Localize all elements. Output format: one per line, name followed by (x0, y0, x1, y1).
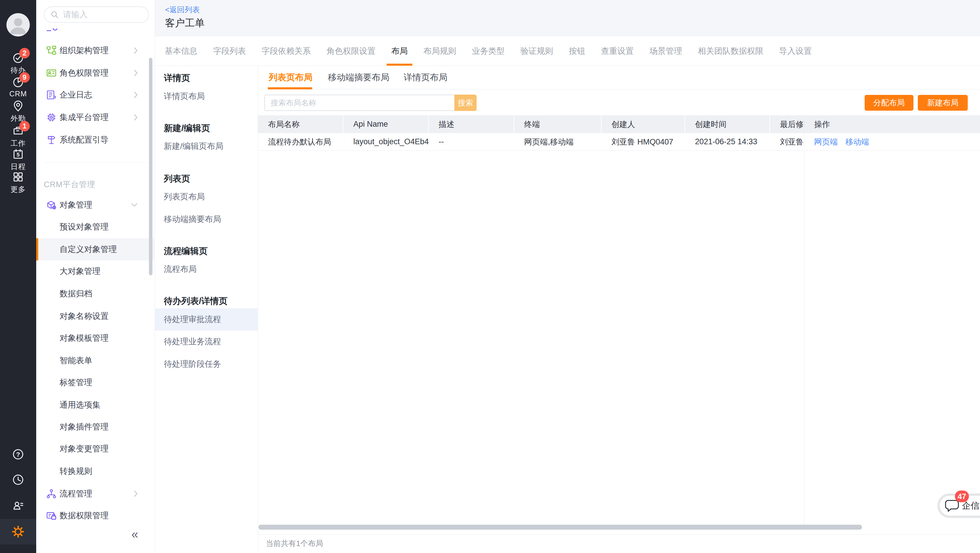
action-mobile-link[interactable]: 移动端 (845, 137, 869, 147)
menu-subitem-object-template[interactable]: 对象模板管理 (36, 327, 155, 349)
rail-item-todo[interactable]: 2 待办 (0, 51, 36, 75)
menu-item-role-permission[interactable]: 角色权限管理 (36, 62, 155, 84)
subtab-list-layout[interactable]: 列表页布局 (269, 66, 312, 89)
rail-item-field[interactable]: 外勤 (0, 100, 36, 123)
menu-subitem-custom-objects[interactable]: 自定义对象管理 (36, 238, 155, 261)
avatar-person-icon (6, 13, 30, 37)
menu-item-integration-platform[interactable]: 集成平台管理 (36, 106, 155, 129)
rail-item-label: 工作 (0, 138, 36, 148)
content-area: <返回列表 客户工单 基本信息 字段列表 字段依赖关系 角色权限设置 布局 布局… (155, 0, 980, 553)
menu-search[interactable] (44, 6, 149, 23)
menu-item-label: 系统配置引导 (60, 134, 109, 145)
menu-subitem-label: 对象插件管理 (60, 421, 109, 432)
menu-item-process-management[interactable]: 流程管理 (36, 483, 155, 505)
layout-nav-item-detail-layout[interactable]: 详情页布局 (155, 85, 258, 108)
subtab-detail-layout[interactable]: 详情页布局 (404, 66, 447, 89)
tab-layout-rules[interactable]: 布局规则 (423, 37, 456, 66)
menu-subitem-tag-management[interactable]: 标签管理 (36, 371, 155, 394)
chevron-right-icon (134, 47, 138, 54)
qixin-chat-pill[interactable]: 企信 47 (937, 493, 980, 518)
rail-item-crm[interactable]: 9 CRM (0, 76, 36, 98)
create-layout-button[interactable]: 新建布局 (918, 95, 968, 111)
work-badge: 1 (19, 121, 30, 131)
layout-nav-item-mobile-summary[interactable]: 移动端摘要布局 (155, 208, 258, 230)
settings-gear-icon[interactable] (12, 525, 24, 538)
id-card-icon (46, 68, 57, 78)
menu-item-org-structure[interactable]: 组织架构管理 (36, 40, 155, 62)
menu-subitem-object-plugin[interactable]: 对象插件管理 (36, 416, 155, 438)
menu-item-enterprise-log[interactable]: 企业日志 (36, 84, 155, 106)
help-icon[interactable]: ? (12, 448, 24, 461)
layout-nav-item-process-layout[interactable]: 流程布局 (155, 258, 258, 280)
rail-item-schedule[interactable]: 5 日程 (0, 148, 36, 172)
avatar[interactable] (6, 13, 30, 37)
menu-subitem-label: 转换规则 (60, 466, 92, 477)
layout-count-summary: 当前共有1个布局 (266, 535, 980, 552)
calendar-day: 5 (17, 152, 19, 158)
layout-nav-item-pending-business[interactable]: 待处理业务流程 (155, 331, 258, 353)
layout-nav-item-list-layout[interactable]: 列表页布局 (155, 186, 258, 208)
action-web-link[interactable]: 网页端 (814, 137, 838, 147)
tab-team-data-permission[interactable]: 相关团队数据权限 (698, 37, 763, 66)
admin-menu-panel: 组织架构管理 角色权限管理 企业日志 集成平台管理 系统配置引导 CRM平台管理 (36, 0, 155, 553)
layout-nav-item-edit-layout[interactable]: 新建/编辑页布局 (155, 135, 258, 157)
tab-import-settings[interactable]: 导入设置 (779, 37, 812, 66)
assign-layout-button[interactable]: 分配布局 (865, 95, 913, 111)
tab-buttons[interactable]: 按钮 (569, 37, 585, 66)
menu-item-object-management[interactable]: 对象管理 (36, 194, 155, 216)
tab-scene-management[interactable]: 场景管理 (649, 37, 682, 66)
tab-field-dependency[interactable]: 字段依赖关系 (262, 37, 311, 66)
col-actions: 操作 (804, 115, 980, 133)
layout-nav-item-pending-stage-task[interactable]: 待处理阶段任务 (155, 353, 258, 375)
clock-icon[interactable] (12, 473, 24, 486)
menu-subitem-big-objects[interactable]: 大对象管理 (36, 260, 155, 282)
menu-subitem-data-archive[interactable]: 数据归档 (36, 283, 155, 305)
rail-item-more[interactable]: 更多 (0, 170, 36, 194)
cell-creator: 刘亚鲁 HMQ0407 (601, 133, 685, 150)
tab-business-type[interactable]: 业务类型 (472, 37, 504, 66)
tab-validation-rules[interactable]: 验证规则 (520, 37, 553, 66)
grid-more-icon (12, 170, 24, 183)
menu-item-system-config-guide[interactable]: 系统配置引导 (36, 129, 155, 151)
menu-item-label: 数据权限管理 (60, 510, 109, 521)
menu-subitem-label: 对象名称设置 (60, 311, 109, 322)
rail-item-label: 外勤 (0, 114, 36, 123)
chip-icon (46, 112, 57, 122)
table-header: 布局名称 Api Name 描述 终端 创建人 创建时间 最后修改 操作 (258, 115, 980, 133)
rail-item-work[interactable]: 1 工作 (0, 124, 36, 148)
menu-search-input[interactable] (62, 10, 148, 19)
tab-basic-info[interactable]: 基本信息 (165, 37, 197, 66)
org-chart-icon (46, 45, 57, 56)
page-title: 客户工单 (165, 16, 205, 30)
menu-scrollbar-thumb[interactable] (149, 58, 153, 275)
tab-role-permission[interactable]: 角色权限设置 (326, 37, 375, 66)
tab-field-list[interactable]: 字段列表 (213, 37, 246, 66)
horizontal-scrollbar-thumb[interactable] (258, 525, 862, 530)
menu-subitem-object-naming[interactable]: 对象名称设置 (36, 305, 155, 327)
table-footer: 当前共有1个布局 (258, 534, 980, 553)
tab-layout[interactable]: 布局 (391, 37, 408, 66)
menu-item-label: 角色权限管理 (60, 67, 109, 79)
table-row[interactable]: 流程待办默认布局 layout_object_O4Eb4... -- 网页端,移… (258, 133, 980, 151)
search-button[interactable]: 搜索 (454, 95, 477, 111)
chevron-down-icon (130, 203, 138, 207)
collapse-menu-button[interactable]: « (131, 527, 138, 541)
object-cube-icon (46, 200, 57, 210)
layout-search-input[interactable] (264, 95, 454, 111)
menu-item-data-permission[interactable]: 数据权限管理 (36, 505, 155, 527)
layout-nav-item-pending-approval[interactable]: 待处理审批流程 (155, 308, 258, 331)
back-to-list-link[interactable]: <返回列表 (165, 5, 200, 15)
menu-item-label: 流程管理 (60, 488, 92, 499)
menu-subitem-preset-objects[interactable]: 预设对象管理 (36, 216, 155, 238)
menu-subitem-label: 自定义对象管理 (60, 244, 117, 255)
menu-subitem-common-option-set[interactable]: 通用选项集 (36, 394, 155, 416)
menu-subitem-label: 标签管理 (60, 377, 92, 388)
menu-subitem-convert-rules[interactable]: 转换规则 (36, 460, 155, 482)
contacts-icon[interactable] (12, 499, 24, 512)
tab-dedup-settings[interactable]: 查重设置 (601, 37, 634, 66)
subtab-mobile-summary-layout[interactable]: 移动端摘要布局 (328, 66, 389, 89)
active-indicator-bar (36, 238, 38, 261)
menu-subitem-object-change[interactable]: 对象变更管理 (36, 438, 155, 460)
rail-item-label: 更多 (0, 184, 36, 194)
menu-subitem-smart-form[interactable]: 智能表单 (36, 350, 155, 372)
